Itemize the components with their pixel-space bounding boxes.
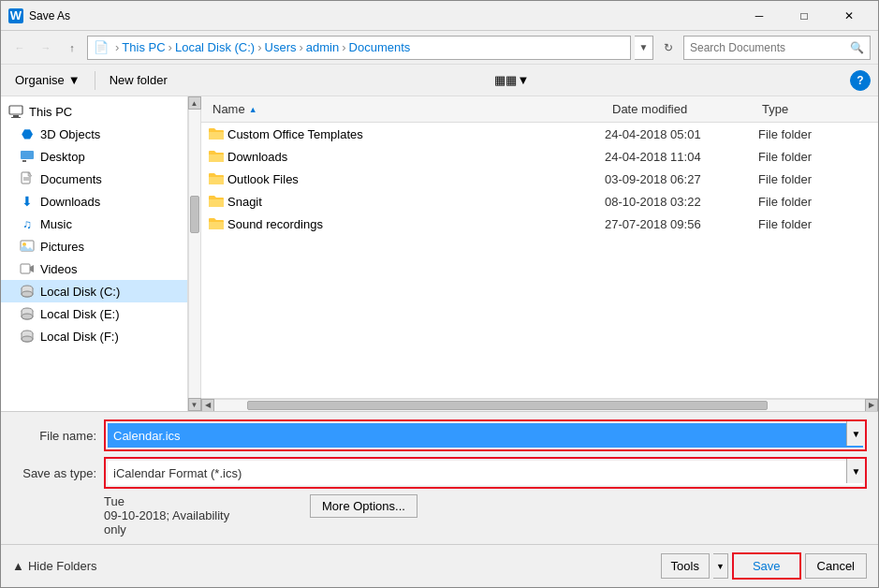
file-name-sound-recordings: Sound recordings bbox=[227, 217, 601, 231]
file-name-downloads: Downloads bbox=[227, 150, 601, 164]
svg-point-13 bbox=[22, 291, 33, 297]
h-scroll-left-arrow[interactable]: ◀ bbox=[201, 399, 214, 412]
sidebar-label-this-pc: This PC bbox=[29, 105, 72, 119]
file-name-label: File name: bbox=[12, 429, 96, 443]
dialog-title: Save As bbox=[29, 9, 738, 22]
sidebar-item-3d-objects[interactable]: ⬣ 3D Objects bbox=[1, 123, 187, 145]
col-date-label: Date modified bbox=[612, 102, 687, 116]
h-scroll-right-arrow[interactable]: ▶ bbox=[865, 399, 878, 412]
save-as-dialog: W Save As ─ □ ✕ ← → ↑ 📄 › This PC › Loca… bbox=[0, 0, 879, 588]
breadcrumb-this-pc[interactable]: This PC bbox=[122, 40, 165, 54]
tools-dropdown-button[interactable]: ▼ bbox=[713, 553, 728, 579]
save-as-type-input-wrap: ▼ bbox=[104, 457, 867, 489]
3d-objects-icon: ⬣ bbox=[20, 126, 35, 141]
left-panel-scrollbar[interactable]: ▲ ▼ bbox=[188, 96, 201, 411]
pictures-icon bbox=[20, 239, 35, 254]
scroll-up-arrow[interactable]: ▲ bbox=[188, 96, 201, 110]
col-type-label: Type bbox=[762, 102, 788, 116]
more-options-button[interactable]: More Options... bbox=[310, 494, 418, 518]
search-box: 🔍 bbox=[683, 36, 871, 60]
scroll-thumb[interactable] bbox=[190, 196, 199, 233]
sidebar-item-documents[interactable]: Documents bbox=[1, 168, 187, 190]
close-button[interactable]: ✕ bbox=[828, 7, 871, 25]
maximize-button[interactable]: □ bbox=[783, 7, 826, 25]
sidebar-item-videos[interactable]: Videos bbox=[1, 257, 187, 280]
sort-arrow-icon: ▲ bbox=[249, 105, 257, 114]
sidebar-item-local-disk-e[interactable]: Local Disk (E:) bbox=[1, 302, 187, 325]
right-file-panel: Name ▲ Date modified Type Custom O bbox=[201, 96, 878, 411]
file-row-outlook-files[interactable]: Outlook Files 03-09-2018 06:27 File fold… bbox=[201, 168, 878, 190]
save-as-type-dropdown-button[interactable]: ▼ bbox=[846, 459, 865, 483]
sidebar-item-desktop[interactable]: Desktop bbox=[1, 145, 187, 168]
h-scroll-track[interactable] bbox=[214, 399, 865, 412]
sidebar-item-music[interactable]: ♫ Music bbox=[1, 213, 187, 235]
column-header-date[interactable]: Date modified bbox=[608, 100, 758, 118]
file-name-dropdown-button[interactable]: ▼ bbox=[846, 421, 865, 446]
file-date-snagit: 08-10-2018 03:22 bbox=[605, 195, 754, 209]
cancel-button[interactable]: Cancel bbox=[805, 553, 867, 579]
forward-button[interactable]: → bbox=[35, 37, 57, 59]
breadcrumb-dropdown[interactable]: ▼ bbox=[635, 36, 653, 60]
folder-icon-downloads bbox=[209, 149, 224, 164]
breadcrumb-admin[interactable]: admin bbox=[306, 40, 339, 54]
tools-button[interactable]: Tools bbox=[661, 553, 710, 579]
scroll-track[interactable] bbox=[188, 110, 201, 398]
file-name-outlook: Outlook Files bbox=[227, 172, 601, 186]
folder-icon-snagit bbox=[209, 194, 224, 209]
file-list-body: Custom Office Templates 24-04-2018 05:01… bbox=[201, 123, 878, 398]
local-disk-e-icon bbox=[20, 306, 35, 321]
svg-rect-3 bbox=[21, 151, 34, 159]
horizontal-scrollbar[interactable]: ◀ ▶ bbox=[201, 398, 878, 411]
refresh-button[interactable]: ↻ bbox=[657, 37, 680, 59]
svg-rect-4 bbox=[22, 160, 26, 162]
address-bar: ← → ↑ 📄 › This PC › Local Disk (C:) › Us… bbox=[1, 31, 878, 65]
up-button[interactable]: ↑ bbox=[61, 37, 83, 59]
hide-folders-button[interactable]: ▲ Hide Folders bbox=[12, 559, 97, 573]
svg-marker-11 bbox=[30, 265, 34, 272]
svg-rect-2 bbox=[11, 117, 21, 118]
view-icon: ▦▦ bbox=[494, 73, 517, 87]
new-folder-button[interactable]: New folder bbox=[103, 69, 174, 91]
breadcrumb-local-disk[interactable]: Local Disk (C:) bbox=[175, 40, 255, 54]
help-button[interactable]: ? bbox=[850, 70, 871, 91]
folder-icon-custom-office bbox=[209, 126, 224, 141]
local-disk-c-icon bbox=[20, 284, 35, 299]
scroll-down-arrow[interactable]: ▼ bbox=[188, 398, 201, 411]
back-button[interactable]: ← bbox=[8, 37, 31, 59]
sidebar-label-3d-objects: 3D Objects bbox=[40, 127, 100, 141]
col-name-label: Name bbox=[212, 102, 245, 116]
view-button[interactable]: ▦▦ ▼ bbox=[490, 69, 534, 91]
sidebar-label-videos: Videos bbox=[40, 262, 78, 276]
sidebar-item-local-disk-f[interactable]: Local Disk (F:) bbox=[1, 325, 187, 347]
search-input[interactable] bbox=[690, 41, 850, 54]
column-header-type[interactable]: Type bbox=[758, 100, 871, 118]
file-row-custom-office-templates[interactable]: Custom Office Templates 24-04-2018 05:01… bbox=[201, 123, 878, 145]
file-name-input[interactable] bbox=[108, 423, 863, 448]
organise-button[interactable]: Organise ▼ bbox=[8, 69, 87, 91]
save-as-type-input[interactable] bbox=[108, 461, 863, 485]
save-button[interactable]: Save bbox=[732, 552, 801, 580]
svg-rect-0 bbox=[9, 106, 22, 114]
file-date-outlook: 03-09-2018 06:27 bbox=[605, 172, 754, 186]
file-type-sound-recordings: File folder bbox=[758, 217, 871, 231]
file-name-snagit: Snagit bbox=[227, 195, 601, 209]
sidebar-item-local-disk-c[interactable]: Local Disk (C:) bbox=[1, 280, 187, 302]
file-row-downloads[interactable]: Downloads 24-04-2018 11:04 File folder bbox=[201, 145, 878, 168]
column-header-name[interactable]: Name ▲ bbox=[209, 100, 608, 118]
breadcrumb-users[interactable]: Users bbox=[265, 40, 297, 54]
file-name-input-wrap: ▼ bbox=[104, 419, 867, 451]
hide-folders-label: Hide Folders bbox=[28, 559, 97, 573]
sidebar-item-this-pc[interactable]: This PC bbox=[1, 100, 187, 123]
svg-point-17 bbox=[22, 336, 33, 342]
sidebar-item-pictures[interactable]: Pictures bbox=[1, 235, 187, 257]
file-list-header: Name ▲ Date modified Type bbox=[201, 96, 878, 123]
breadcrumb-documents[interactable]: Documents bbox=[349, 40, 411, 54]
file-type-downloads: File folder bbox=[758, 150, 871, 164]
sidebar-label-local-disk-c: Local Disk (C:) bbox=[40, 285, 120, 299]
file-date-downloads: 24-04-2018 11:04 bbox=[605, 150, 754, 164]
file-row-snagit[interactable]: Snagit 08-10-2018 03:22 File folder bbox=[201, 190, 878, 213]
sidebar-item-downloads[interactable]: ⬇ Downloads bbox=[1, 190, 187, 213]
file-row-sound-recordings[interactable]: Sound recordings 27-07-2018 09:56 File f… bbox=[201, 213, 878, 235]
h-scroll-thumb[interactable] bbox=[247, 401, 768, 410]
minimize-button[interactable]: ─ bbox=[738, 7, 781, 25]
